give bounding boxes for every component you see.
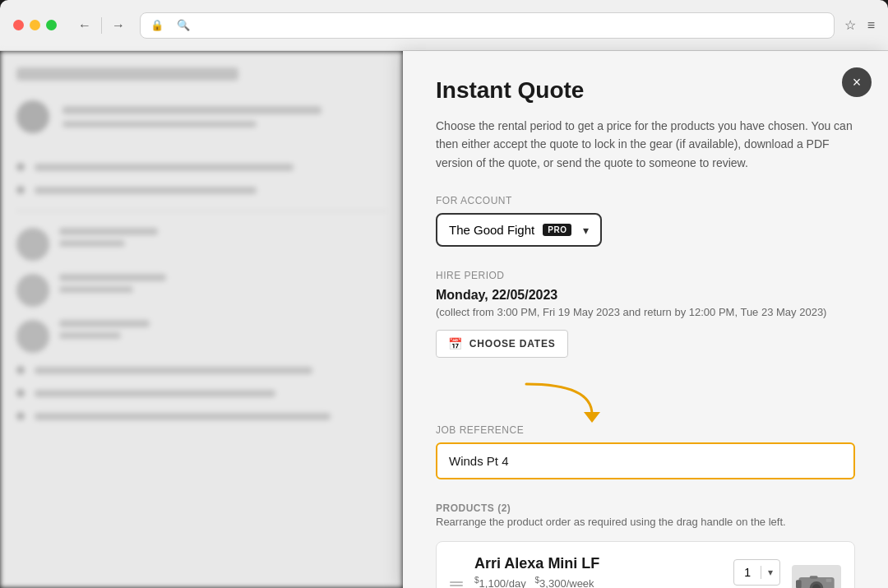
modal-panel: × Instant Quote Choose the rental period…: [403, 51, 888, 588]
choose-dates-label: CHOOSE DATES: [469, 338, 556, 350]
product-right: 1 ▾ $1,100.00: [707, 559, 780, 588]
main-area: × Instant Quote Choose the rental period…: [0, 51, 888, 588]
svg-rect-6: [826, 579, 832, 582]
account-dropdown[interactable]: The Good Fight PRO ▾: [436, 213, 602, 247]
drag-handle[interactable]: [450, 581, 463, 588]
modal-description: Choose the rental period to get a price …: [436, 117, 855, 172]
browser-chrome: ← → 🔒 🔍 ☆ ≡: [0, 0, 888, 51]
chevron-down-icon[interactable]: ▾: [761, 567, 779, 578]
lock-icon: 🔒: [150, 19, 164, 31]
menu-icon[interactable]: ≡: [867, 18, 875, 33]
star-icon[interactable]: ☆: [844, 17, 856, 33]
quantity-value: 1: [734, 566, 761, 579]
traffic-lights: [13, 20, 57, 30]
hire-date-sub: (collect from 3:00 PM, Fri 19 May 2023 a…: [436, 306, 855, 318]
toolbar-right: ☆ ≡: [844, 17, 875, 33]
product-card: Arri Alexa Mini LF $1,100/day $3,300/wee…: [436, 541, 855, 588]
hire-date-main: Monday, 22/05/2023: [436, 288, 855, 303]
address-bar[interactable]: 🔒 🔍: [140, 12, 835, 39]
day-price: 1,100: [479, 578, 506, 589]
product-name: Arri Alexa Mini LF: [474, 555, 696, 572]
minimize-window-button[interactable]: [30, 20, 40, 30]
arrow-indicator: [518, 377, 855, 423]
for-account-section: For Account The Good Fight PRO ▾: [436, 195, 855, 270]
product-info: Arri Alexa Mini LF $1,100/day $3,300/wee…: [474, 555, 696, 588]
products-section: Products (2) Rearrange the product order…: [436, 502, 855, 588]
svg-rect-2: [796, 581, 802, 588]
maximize-window-button[interactable]: [46, 20, 57, 30]
forward-button[interactable]: →: [107, 15, 130, 36]
search-icon: 🔍: [177, 19, 190, 31]
close-button[interactable]: ×: [842, 67, 872, 97]
for-account-label: For Account: [436, 195, 855, 206]
product-image: [792, 565, 841, 588]
camera-icon: [796, 569, 837, 588]
chevron-down-icon: ▾: [583, 224, 589, 237]
products-label: Products (2): [436, 502, 855, 514]
hire-period-section: Hire Period Monday, 22/05/2023 (collect …: [436, 270, 855, 358]
quantity-selector[interactable]: 1 ▾: [733, 559, 780, 586]
product-pricing: $1,100/day $3,300/week: [474, 576, 696, 588]
svg-rect-5: [810, 576, 818, 579]
modal-title: Instant Quote: [436, 77, 855, 104]
week-price: 3,300: [539, 578, 567, 589]
job-reference-input[interactable]: [436, 442, 855, 479]
hire-period-label: Hire Period: [436, 270, 855, 281]
background-content: [0, 51, 403, 588]
job-reference-label: Job Reference: [436, 424, 855, 436]
account-name: The Good Fight: [449, 223, 534, 237]
choose-dates-button[interactable]: 📅 CHOOSE DATES: [436, 330, 568, 358]
pro-badge: PRO: [543, 224, 571, 236]
back-button[interactable]: ←: [73, 15, 96, 36]
nav-divider: [101, 17, 102, 34]
nav-buttons: ← →: [73, 15, 130, 36]
job-reference-section: Job Reference: [436, 424, 855, 479]
calendar-icon: 📅: [448, 337, 463, 350]
svg-marker-0: [584, 412, 600, 423]
yellow-arrow-icon: [518, 377, 625, 423]
close-window-button[interactable]: [13, 20, 24, 30]
products-sublabel: Rearrange the product order as required …: [436, 516, 855, 528]
